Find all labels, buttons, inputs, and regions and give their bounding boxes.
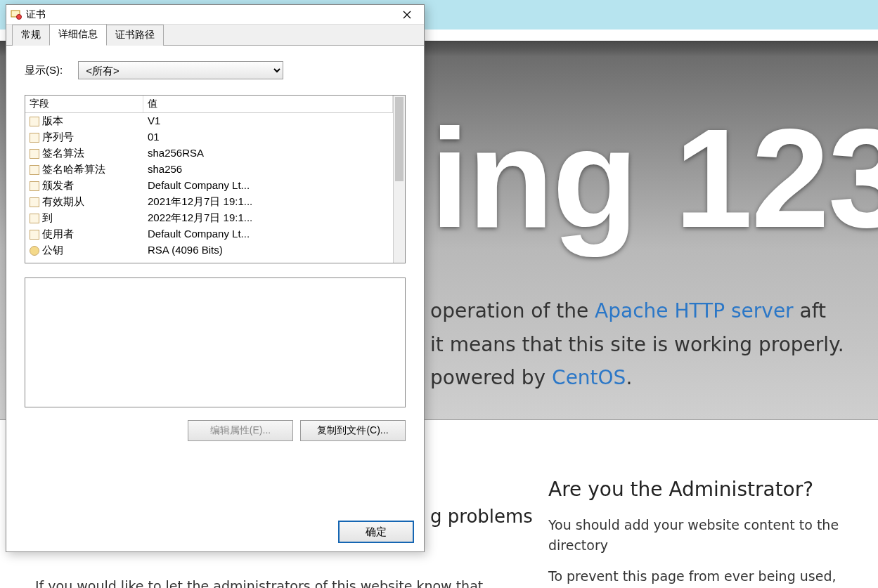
field-cell: 签名算法 xyxy=(25,146,143,161)
close-button[interactable] xyxy=(393,6,421,24)
centos-link[interactable]: CentOS xyxy=(552,366,626,389)
header-field[interactable]: 字段 xyxy=(25,96,143,112)
list-item[interactable]: 公钥RSA (4096 Bits) xyxy=(25,242,393,259)
field-cell: 序列号 xyxy=(25,130,143,145)
field-cell: 有效期从 xyxy=(25,195,143,209)
button-row: 编辑属性(E)... 复制到文件(C)... xyxy=(25,420,406,441)
tab-details[interactable]: 详细信息 xyxy=(49,24,107,46)
field-text: 版本 xyxy=(42,115,63,128)
field-cell: 使用者 xyxy=(25,227,143,242)
close-icon xyxy=(403,11,411,19)
value-cell: V1 xyxy=(143,114,393,129)
certificate-icon xyxy=(11,9,22,20)
banner-heading: ing 123.. xyxy=(430,98,878,259)
tab-cert-path[interactable]: 证书路径 xyxy=(106,25,164,46)
show-label: 显示(S): xyxy=(25,64,63,77)
admin-heading: Are you the Administrator? xyxy=(548,478,843,501)
certificate-dialog: 证书 常规 详细信息 证书路径 显示(S): <所有> 字段 值 版本V1序列号… xyxy=(6,4,425,552)
value-cell: RSA (4096 Bits) xyxy=(143,243,393,258)
value-cell: sha256RSA xyxy=(143,146,393,161)
list-item[interactable]: 有效期从2021年12月7日 19:1... xyxy=(25,194,393,210)
dialog-body: 显示(S): <所有> 字段 值 版本V1序列号01签名算法sha256RSA签… xyxy=(6,46,424,454)
banner-sub-line2: it means that this site is working prope… xyxy=(430,333,844,356)
value-cell: Default Company Lt... xyxy=(143,178,393,193)
value-cell: Default Company Lt... xyxy=(143,227,393,242)
field-cell: 签名哈希算法 xyxy=(25,162,143,177)
field-cell: 到 xyxy=(25,211,143,226)
document-icon xyxy=(30,133,39,143)
field-text: 颁发者 xyxy=(42,179,74,192)
ok-button[interactable]: 确定 xyxy=(338,521,414,543)
copy-to-file-button[interactable]: 复制到文件(C)... xyxy=(300,420,406,441)
banner-sub-line3-suf: . xyxy=(626,366,632,389)
field-text: 签名算法 xyxy=(42,147,84,160)
field-text: 有效期从 xyxy=(42,195,84,209)
value-cell: 2021年12月7日 19:1... xyxy=(143,195,393,209)
list-item[interactable]: 序列号01 xyxy=(25,129,393,145)
apache-link[interactable]: Apache HTTP server xyxy=(595,299,794,322)
list-item[interactable]: 到2022年12月7日 19:1... xyxy=(25,210,393,226)
admin-p2-prefix: To prevent this page from ever being use… xyxy=(548,568,836,588)
list-rows: 版本V1序列号01签名算法sha256RSA签名哈希算法sha256颁发者Def… xyxy=(25,113,393,259)
document-icon xyxy=(30,181,39,191)
dialog-title: 证书 xyxy=(26,8,393,21)
document-icon xyxy=(30,165,39,175)
admin-p1: You should add your website content to t… xyxy=(548,515,843,555)
tab-bar: 常规 详细信息 证书路径 xyxy=(6,25,424,46)
tab-general[interactable]: 常规 xyxy=(12,25,50,46)
banner-sub-line1-pre: operation of the xyxy=(430,299,595,322)
document-icon xyxy=(30,214,39,223)
field-list: 字段 值 版本V1序列号01签名算法sha256RSA签名哈希算法sha256颁… xyxy=(25,95,406,263)
problems-fragment: g problems xyxy=(430,506,533,527)
key-icon xyxy=(30,246,39,256)
edit-properties-button[interactable]: 编辑属性(E)... xyxy=(188,420,293,441)
document-icon xyxy=(30,149,39,159)
detail-textarea[interactable] xyxy=(25,277,406,407)
banner-sub-line3-pre: powered by xyxy=(430,366,552,389)
value-cell: 01 xyxy=(143,130,393,145)
list-item[interactable]: 版本V1 xyxy=(25,113,393,129)
list-scrollbar[interactable] xyxy=(393,96,405,263)
field-text: 公钥 xyxy=(42,244,63,257)
scrollbar-thumb[interactable] xyxy=(395,97,404,181)
field-text: 序列号 xyxy=(42,131,74,144)
banner-subtext: operation of the Apache HTTP server aft … xyxy=(430,294,878,395)
svg-point-1 xyxy=(17,14,22,19)
document-icon xyxy=(30,230,39,240)
field-cell: 公钥 xyxy=(25,243,143,258)
value-cell: sha256 xyxy=(143,162,393,177)
list-item[interactable]: 签名哈希算法sha256 xyxy=(25,162,393,178)
header-value[interactable]: 值 xyxy=(143,96,393,112)
field-text: 使用者 xyxy=(42,228,74,241)
field-cell: 颁发者 xyxy=(25,178,143,193)
list-header: 字段 值 xyxy=(25,96,393,113)
list-item[interactable]: 签名算法sha256RSA xyxy=(25,145,393,162)
left-paragraph-2: If you would like to let the administrat… xyxy=(35,576,499,588)
document-icon xyxy=(30,117,39,126)
show-row: 显示(S): <所有> xyxy=(25,61,406,79)
value-cell: 2022年12月7日 19:1... xyxy=(143,211,393,226)
column-right: Are you the Administrator? You should ad… xyxy=(548,450,843,588)
admin-p2: To prevent this page from ever being use… xyxy=(548,566,843,588)
document-icon xyxy=(30,197,39,207)
field-text: 到 xyxy=(42,211,53,225)
list-item[interactable]: 使用者Default Company Lt... xyxy=(25,226,393,242)
list-item[interactable]: 颁发者Default Company Lt... xyxy=(25,178,393,194)
field-text: 签名哈希算法 xyxy=(42,163,105,176)
dialog-footer: 确定 xyxy=(6,521,424,543)
titlebar: 证书 xyxy=(6,5,424,25)
show-select[interactable]: <所有> xyxy=(78,61,283,79)
field-cell: 版本 xyxy=(25,114,143,129)
banner-sub-line1-suf: aft xyxy=(794,299,826,322)
field-list-inner: 字段 值 版本V1序列号01签名算法sha256RSA签名哈希算法sha256颁… xyxy=(25,96,393,263)
